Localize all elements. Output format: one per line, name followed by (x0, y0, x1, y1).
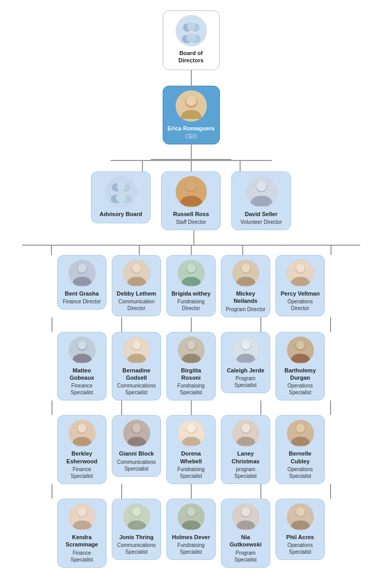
brigida-name: Brigida withey (172, 290, 210, 297)
node-advisory[interactable]: Advisory Board (91, 171, 151, 223)
matteo-name: Matteo Gobeaux (62, 367, 102, 382)
svg-point-43 (132, 341, 141, 350)
bernelle-title: Operations Specialist (280, 466, 320, 479)
caleigh-title: Program Specialist (226, 375, 266, 389)
svg-point-16 (116, 194, 126, 202)
node-ceo[interactable]: Erica Romaguera CEO (163, 86, 220, 144)
bent-title: Finance Director (63, 298, 101, 305)
laney-name: Laney Christmas (226, 450, 266, 465)
matteo-title: Fineance Specialist (62, 382, 102, 396)
ceo-name: Erica Romaguera (167, 125, 214, 132)
debby-title: Communication Director (116, 298, 156, 312)
dorena-title: Fundraising Specialist (171, 466, 211, 479)
svg-point-46 (187, 341, 195, 350)
holmes-title: Fundraising Specialist (171, 542, 211, 555)
bernadine-name: Bernadine Godsell (116, 367, 156, 382)
bartholemy-title: Operations Specialist (280, 382, 320, 396)
phil-title: Operations Specialist (280, 542, 320, 555)
svg-point-49 (241, 341, 250, 350)
node-bent[interactable]: Bent Grasha Finance Director (57, 255, 107, 310)
node-holmes[interactable]: Holmes Dever Fundraising Specialist (166, 499, 216, 560)
percy-title: Operations Director (280, 298, 320, 312)
svg-point-73 (132, 507, 141, 516)
svg-point-28 (132, 264, 141, 273)
svg-point-58 (132, 424, 141, 433)
advisory-name: Advisory Board (100, 210, 142, 218)
svg-point-76 (187, 507, 195, 516)
gianni-name: Gianni Block (119, 450, 154, 457)
svg-point-31 (187, 264, 195, 273)
node-bartholemy[interactable]: Bartholemy Durgan Operations Specialist (275, 332, 325, 401)
node-birgitta[interactable]: Birgitta Rosoni Fundraising Specialist (166, 332, 216, 401)
svg-point-52 (296, 341, 305, 350)
jonis-title: Communications Specialist (116, 542, 156, 555)
birgitta-name: Birgitta Rosoni (171, 367, 211, 382)
svg-point-25 (77, 264, 86, 273)
node-matteo[interactable]: Matteo Gobeaux Fineance Specialist (57, 332, 107, 401)
node-berkley[interactable]: Berkley Esherwood Finance Specialist (57, 415, 107, 484)
svg-point-19 (186, 181, 196, 191)
node-dorena[interactable]: Dorena Whebell Fundraising Specialist (166, 415, 216, 484)
node-board[interactable]: Board of Directors (163, 10, 220, 70)
node-laney[interactable]: Laney Christmas program Specialist (221, 415, 270, 484)
node-russell[interactable]: Russell Ross Staff Director (161, 171, 221, 230)
svg-point-22 (256, 181, 267, 191)
caleigh-name: Caleigh Jerde (227, 367, 264, 374)
svg-point-10 (106, 176, 137, 207)
svg-point-34 (241, 264, 250, 273)
svg-point-55 (77, 424, 86, 433)
svg-point-3 (187, 22, 195, 31)
berkley-title: Finance Specialist (62, 466, 102, 479)
laney-title: program Specialist (226, 466, 266, 479)
node-nia[interactable]: Nia Gutkoewski Program Specialist (221, 499, 270, 568)
node-debby[interactable]: Debby Lethem Communication Director (112, 255, 161, 316)
svg-point-9 (186, 96, 196, 106)
gianni-title: Communications Spercialist (116, 459, 156, 472)
mickey-name: Mickey Neilands (226, 290, 266, 305)
node-percy[interactable]: Percy Veltman Operations Director (275, 255, 325, 316)
svg-point-61 (187, 424, 195, 433)
node-brigida[interactable]: Brigida withey Fundraising Director (166, 255, 216, 316)
svg-point-40 (77, 341, 86, 350)
brigida-title: Fundraising Director (171, 298, 211, 312)
svg-point-64 (241, 424, 250, 433)
node-bernadine[interactable]: Bernadine Godsell Communications Special… (112, 332, 161, 401)
node-phil[interactable]: Phil Acres Operations Specialist (275, 499, 325, 560)
birgitta-title: Fundraising Specialist (171, 382, 211, 396)
connector-board-ceo (191, 70, 192, 86)
bent-name: Bent Grasha (65, 290, 99, 297)
russell-title: Staff Director (176, 219, 206, 225)
svg-point-70 (77, 507, 86, 516)
phil-name: Phil Acres (286, 533, 314, 541)
node-kendra[interactable]: Kendra Scrammage Finance Specialist (57, 499, 107, 568)
dorena-name: Dorena Whebell (171, 450, 211, 465)
percy-name: Percy Veltman (281, 290, 320, 297)
berkley-name: Berkley Esherwood (62, 450, 102, 465)
holmes-name: Holmes Dever (172, 533, 210, 541)
david-name: David Seller (245, 210, 278, 218)
node-david[interactable]: David Seller Volunteer Director (231, 171, 291, 230)
david-title: Volunteer Director (240, 219, 282, 225)
org-chart: Board of Directors Erica Romaguera CEO (0, 0, 382, 578)
kendra-name: Kendra Scrammage (62, 533, 102, 549)
node-jonis[interactable]: Jonis Thring Communications Specialist (112, 499, 161, 560)
mickey-title: Program Director (226, 306, 265, 313)
node-gianni[interactable]: Gianni Block Communications Spercialist (112, 415, 161, 476)
bartholemy-name: Bartholemy Durgan (280, 367, 320, 382)
svg-point-13 (117, 182, 125, 191)
jonis-name: Jonis Thring (120, 533, 154, 541)
node-bernelle[interactable]: Bernelle Cubley Operations Specialist (275, 415, 325, 484)
bernadine-title: Communications Specialist (116, 382, 156, 396)
nia-name: Nia Gutkoewski (226, 533, 266, 549)
svg-point-6 (186, 34, 196, 42)
node-mickey[interactable]: Mickey Neilands Program Director (221, 255, 270, 317)
ceo-title: CEO (186, 133, 197, 140)
node-caleigh[interactable]: Caleigh Jerde Program Specialist (221, 332, 270, 393)
russell-name: Russell Ross (173, 210, 209, 218)
svg-point-82 (296, 507, 305, 516)
kendra-title: Finance Specialist (62, 550, 102, 563)
svg-point-67 (296, 424, 305, 433)
svg-point-79 (241, 507, 250, 516)
debby-name: Debby Lethem (117, 290, 156, 297)
bernelle-name: Bernelle Cubley (280, 450, 320, 465)
